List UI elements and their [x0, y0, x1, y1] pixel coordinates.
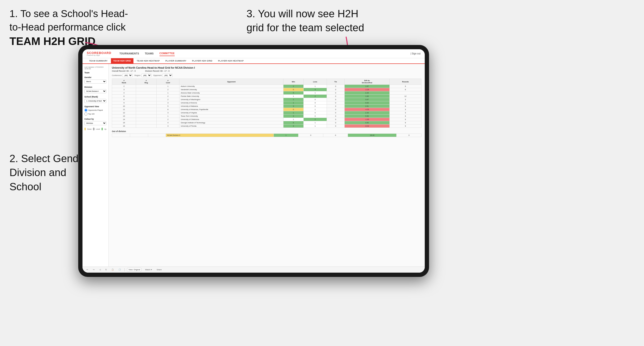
annotation-1: 1. To see a School's Head- to-Head perfo…	[10, 7, 128, 48]
cell-conf: 2	[156, 88, 180, 91]
toolbar-redo[interactable]: ↪	[92, 268, 96, 271]
nav-teams[interactable]: TEAMS	[145, 51, 154, 56]
sidebar-division-label: Division	[84, 86, 106, 88]
cell-diff: -2.29	[344, 88, 390, 91]
sidebar-gender-label: Gender	[84, 76, 106, 79]
col-reg: #Reg	[136, 79, 157, 85]
toolbar-share-btn[interactable]: Share	[156, 268, 163, 271]
cell-diff: 5.56	[344, 115, 390, 118]
toolbar-clock[interactable]: 🕐	[117, 268, 122, 271]
cell-rank: 8	[112, 98, 136, 101]
sub-nav-player-h2h-grid[interactable]: PLAYER H2H GRID	[190, 58, 215, 63]
cell-tie: 0	[327, 111, 345, 115]
nav-tournaments[interactable]: TOURNAMENTS	[120, 51, 139, 56]
cell-rounds	[390, 91, 421, 95]
ood-rounds: 3	[396, 134, 422, 137]
cell-conf: 3	[156, 111, 180, 115]
cell-reg	[136, 91, 157, 95]
cell-rank: 9	[112, 101, 136, 105]
cell-loss: 0	[304, 105, 326, 108]
sub-nav-team-summary[interactable]: TEAM SUMMARY	[87, 58, 110, 63]
col-rank: #Rank	[112, 79, 136, 85]
nav-committee[interactable]: COMMITTEE	[160, 51, 175, 56]
cell-diff: 2.33	[344, 111, 390, 115]
cell-conf: 5	[156, 105, 180, 108]
cell-reg	[136, 88, 157, 91]
cell-tie: 0	[327, 91, 345, 95]
sidebar-opponents-played-radio[interactable]: Opponents Played	[84, 109, 106, 112]
table-row: 14 2 University of Oklahoma 1 2 0 -1.00 …	[112, 118, 422, 121]
annotation-3-line2: grid for the team selected	[246, 22, 364, 33]
cell-reg	[136, 111, 157, 115]
cell-tie: 0	[327, 88, 345, 91]
data-table: #Rank #Reg #Conf Opponent Win Loss Tie D…	[112, 79, 422, 128]
nav-bar: SCOREBOARD Powered by clippi TOURNAMENTS…	[82, 49, 425, 58]
conference-filter-select[interactable]: (All)	[122, 74, 132, 77]
cell-diff: -6.42	[344, 125, 390, 128]
ood-rank	[112, 134, 130, 137]
annotation-1-bold: TEAM H2H GRID	[10, 35, 96, 47]
out-of-division-table: NCAA Division II 1 0 0 26.00 3	[112, 134, 422, 137]
sub-nav-player-summary[interactable]: PLAYER SUMMARY	[163, 58, 189, 63]
sidebar-school-section: School (Rank) 1. University of Nort...	[84, 96, 106, 103]
cell-rank: 13	[112, 115, 136, 118]
toolbar-undo[interactable]: ↩	[85, 268, 89, 271]
cell-loss: 2	[304, 118, 326, 121]
toolbar-watch-btn[interactable]: Watch ▾	[144, 268, 153, 271]
legend-level-dot	[93, 128, 94, 130]
filter-region: Region (All)	[134, 74, 151, 77]
cell-win: 1	[283, 95, 304, 98]
cell-rank: 16	[112, 125, 136, 128]
sidebar-gender-select[interactable]: Men's	[84, 80, 106, 84]
cell-diff: 9.00	[344, 101, 390, 105]
cell-rounds: 9	[390, 125, 421, 128]
cell-win: 6	[283, 121, 304, 125]
sidebar-top100-radio[interactable]: Top 100	[84, 112, 106, 116]
cell-diff: 1.67	[344, 85, 390, 88]
toolbar-bar: ↩ ↪ ◁ ⎘ 📋 🕐 View: Original Watch ▾ Share	[82, 266, 425, 273]
cell-rounds: 9	[390, 85, 421, 88]
cell-loss: 1	[304, 85, 326, 88]
filter-conference: Conference (All)	[112, 74, 132, 77]
filter-opponent: Opponent (All)	[153, 74, 172, 77]
cell-reg	[136, 95, 157, 98]
division-record: Division Record: 88 - 17 - 0	[145, 70, 170, 72]
annotation-3-line1: 3. You will now see H2H	[246, 8, 358, 19]
cell-loss: 1	[304, 125, 326, 128]
cell-win: 3	[283, 105, 304, 108]
toolbar-copy[interactable]: ⎘	[104, 268, 108, 271]
sub-nav-team-h2h-grid[interactable]: TEAM H2H GRID	[111, 58, 134, 63]
cell-opponent: University of Arkansas, Fayetteville	[180, 108, 283, 111]
cell-win: 1	[283, 118, 304, 121]
opponent-filter-select[interactable]: (All)	[162, 74, 172, 77]
cell-rounds: 12	[390, 95, 421, 98]
cell-opponent: University of Florida	[180, 125, 283, 128]
cell-reg	[136, 125, 157, 128]
sub-nav-player-h2h-heatmap[interactable]: PLAYER H2H HEATMAP	[216, 58, 246, 63]
region-filter-select[interactable]: (All)	[142, 74, 152, 77]
logo-sub: Powered by clippi	[87, 54, 112, 56]
sidebar-division-select[interactable]: NCAA Division I	[84, 89, 106, 93]
sidebar-colour-select[interactable]: Win/loss	[84, 121, 106, 125]
records-row: Overall Record: 89 - 17 - 0 Division Rec…	[112, 70, 422, 72]
toolbar-view-btn[interactable]: View: Original	[127, 268, 142, 271]
cell-reg	[136, 115, 157, 118]
cell-diff: 1.83	[344, 95, 390, 98]
sidebar-team-section: Team	[84, 71, 106, 74]
cell-conf: 4	[156, 121, 180, 125]
legend-level-label: Level	[96, 128, 100, 130]
cell-tie: 0	[327, 101, 345, 105]
annotation-3: 3. You will now see H2H grid for the tea…	[246, 7, 364, 35]
col-loss: Loss	[304, 79, 326, 85]
cell-loss: 0	[304, 101, 326, 105]
sidebar-school-select[interactable]: 1. University of Nort...	[84, 99, 106, 103]
toolbar-back[interactable]: ◁	[98, 268, 102, 271]
col-conf: #Conf	[156, 79, 180, 85]
sub-nav-team-h2h-heatmap[interactable]: TEAM H2H HEATMAP	[134, 58, 162, 63]
table-row: 11 6 University of Arkansas, Fayettevill…	[112, 108, 422, 111]
toolbar-paste[interactable]: 📋	[110, 268, 115, 271]
cell-loss: 2	[304, 95, 326, 98]
nav-sign-out[interactable]: | Sign out	[410, 52, 420, 55]
sidebar-colour-label: Colour by	[84, 118, 106, 120]
table-row: 2 1 Auburn University 2 1 0 1.67 9	[112, 85, 422, 88]
